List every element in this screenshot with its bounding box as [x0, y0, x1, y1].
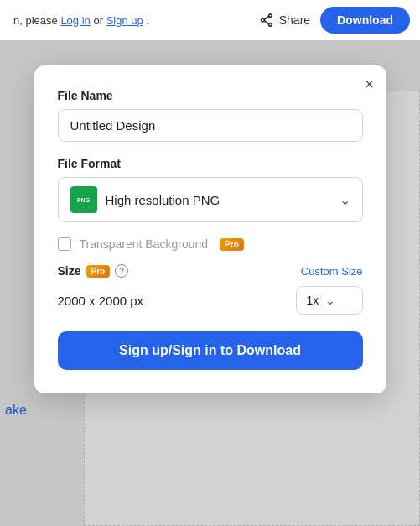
topbar-prompt: n, please Log in or Sign up . [10, 14, 149, 27]
transparent-pro-badge: Pro [220, 238, 244, 251]
custom-size-link[interactable]: Custom Size [301, 265, 363, 278]
scale-dropdown[interactable]: 1x ⌄ [296, 286, 363, 315]
transparent-checkbox[interactable] [58, 237, 71, 251]
svg-point-0 [268, 14, 272, 18]
file-format-label: File Format [58, 157, 363, 170]
download-button[interactable]: Download [320, 7, 410, 34]
format-label: High resolution PNG [106, 193, 331, 207]
file-name-section: File Name [58, 89, 363, 142]
svg-line-4 [264, 17, 268, 20]
file-name-input[interactable] [58, 109, 363, 142]
share-icon [259, 13, 274, 28]
download-modal: × File Name File Format High resolution … [34, 65, 386, 393]
png-icon [70, 186, 97, 213]
size-header: Size Pro ? Custom Size [58, 264, 363, 278]
modal-overlay: × File Name File Format High resolution … [0, 40, 420, 526]
file-name-label: File Name [58, 89, 363, 102]
share-label: Share [279, 13, 310, 27]
format-dropdown[interactable]: High resolution PNG ⌄ [58, 177, 363, 222]
size-row: 2000 x 2000 px 1x ⌄ [58, 286, 363, 315]
scale-chevron-icon: ⌄ [325, 294, 335, 307]
help-icon[interactable]: ? [115, 264, 128, 278]
signup-signin-button[interactable]: Sign up/Sign in to Download [58, 331, 363, 370]
svg-point-2 [268, 23, 272, 27]
size-left: Size Pro ? [58, 264, 129, 278]
size-section: Size Pro ? Custom Size 2000 x 2000 px 1x… [58, 264, 363, 315]
topbar: n, please Log in or Sign up . Share Down… [0, 0, 420, 40]
size-pro-badge: Pro [86, 265, 111, 278]
login-link[interactable]: Log in [60, 14, 90, 27]
transparent-label: Transparent Background [80, 237, 209, 251]
share-button[interactable]: Share [259, 13, 310, 28]
svg-point-1 [261, 18, 264, 22]
chevron-down-icon: ⌄ [340, 192, 350, 208]
file-format-section: File Format High resolution PNG ⌄ [58, 157, 363, 222]
size-title: Size [58, 264, 81, 278]
transparent-background-row: Transparent Background Pro [58, 237, 363, 251]
svg-line-3 [264, 21, 268, 24]
signup-link[interactable]: Sign up [106, 14, 143, 27]
close-button[interactable]: × [365, 76, 375, 92]
scale-value: 1x [307, 294, 319, 307]
size-value: 2000 x 2000 px [58, 294, 286, 308]
